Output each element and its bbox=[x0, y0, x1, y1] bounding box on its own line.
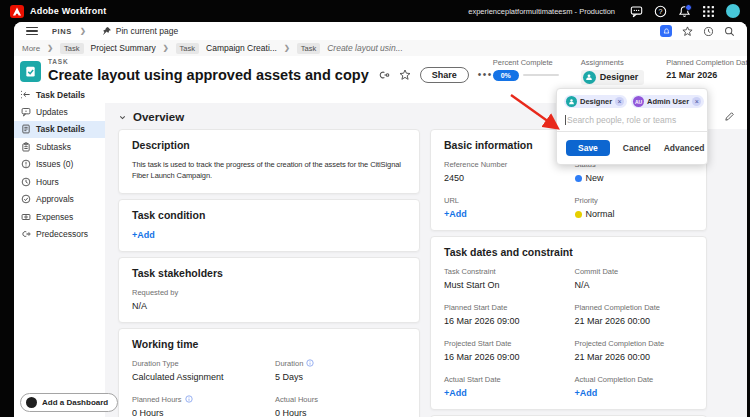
field-projected-start-date: Projected Start Date 16 Mar 2026 09:00 bbox=[444, 339, 563, 362]
screen: Adobe Workfront experienceplatformultima… bbox=[0, 0, 750, 417]
pin-icon bbox=[102, 26, 112, 36]
percent-complete-block: Percent Complete 0% bbox=[493, 58, 559, 85]
status-dot bbox=[575, 175, 582, 182]
card-title: Working time bbox=[132, 338, 406, 350]
global-top-bar: Adobe Workfront experienceplatformultima… bbox=[0, 0, 750, 22]
sidebar-item-hours[interactable]: Hours bbox=[14, 173, 105, 191]
sidebar-item-updates[interactable]: Updates bbox=[14, 103, 105, 121]
description-card: Description This task is used to track t… bbox=[118, 129, 420, 194]
remove-assignee-icon[interactable]: × bbox=[615, 97, 624, 106]
working-time-card: Working time Duration Type Calculated As… bbox=[118, 328, 420, 417]
assignee-chip-admin-user[interactable]: AU Admin User × bbox=[631, 95, 704, 108]
task-type-icon bbox=[20, 61, 41, 82]
task-dates-card: Task dates and constraint Task Constrain… bbox=[430, 236, 707, 410]
overview-title: Overview bbox=[133, 111, 184, 123]
assignee-chip[interactable]: Designer bbox=[581, 70, 645, 85]
summary-badge-icon[interactable] bbox=[660, 25, 672, 37]
plus-icon: + bbox=[26, 397, 37, 408]
breadcrumb-type-chip: Task bbox=[176, 43, 199, 54]
approvals-icon bbox=[21, 194, 31, 204]
section-chevron-icon[interactable] bbox=[118, 113, 127, 122]
field-duration: Duration 5 Days bbox=[275, 359, 406, 382]
sidebar-item-expenses[interactable]: Expenses bbox=[14, 208, 105, 226]
pins-label[interactable]: PINS bbox=[52, 27, 72, 36]
breadcrumb: More ❯ Task Project Summary ❯ Task Campa… bbox=[14, 40, 747, 57]
issues-icon bbox=[21, 159, 31, 169]
cancel-button[interactable]: Cancel bbox=[623, 143, 651, 153]
sidebar-item-issues[interactable]: Issues (0) bbox=[14, 156, 105, 174]
designer-role-avatar bbox=[566, 96, 577, 107]
field-commit-date: Commit Date N/A bbox=[575, 267, 694, 290]
chevron-right-icon: ❯ bbox=[163, 44, 169, 52]
field-duration-type: Duration Type Calculated Assignment bbox=[132, 359, 263, 382]
add-url-link[interactable]: +Add bbox=[444, 209, 563, 219]
favorite-star-icon[interactable] bbox=[399, 69, 411, 81]
left-nav: Updates Task Details Subtasks Issues (0) bbox=[14, 103, 105, 417]
page-title: Create layout using approved assets and … bbox=[48, 68, 369, 83]
share-button[interactable]: Share bbox=[420, 67, 469, 83]
collapse-panel-icon[interactable] bbox=[20, 89, 31, 100]
field-requested-by: Requested by N/A bbox=[132, 288, 406, 311]
predecessors-icon bbox=[21, 229, 31, 239]
save-button[interactable]: Save bbox=[566, 140, 610, 156]
assignments-block: Assignments Designer bbox=[581, 58, 645, 85]
add-actual-start-link[interactable]: +Add bbox=[444, 388, 563, 398]
expenses-icon bbox=[21, 212, 31, 222]
panel-title: Task Details bbox=[36, 90, 85, 100]
app-switcher-icon[interactable] bbox=[702, 5, 715, 18]
adobe-logo-icon[interactable] bbox=[10, 5, 24, 18]
favorites-star-icon[interactable] bbox=[682, 26, 693, 37]
percent-complete-pill[interactable]: 0% bbox=[493, 70, 519, 81]
sidebar-item-subtasks[interactable]: Subtasks bbox=[14, 138, 105, 156]
breadcrumb-link[interactable]: Campaign Creati... bbox=[206, 43, 277, 53]
chevron-right-icon: ❯ bbox=[284, 44, 290, 52]
add-task-condition-link[interactable]: +Add bbox=[132, 230, 406, 240]
svg-text:?: ? bbox=[659, 7, 663, 14]
predecessor-icon[interactable] bbox=[378, 69, 390, 81]
hours-icon bbox=[21, 177, 31, 187]
search-icon[interactable] bbox=[724, 26, 735, 37]
user-avatar[interactable] bbox=[726, 4, 740, 18]
app-name: Adobe Workfront bbox=[30, 6, 106, 16]
task-header: TASK Create layout using approved assets… bbox=[14, 56, 747, 87]
notifications-bell-icon[interactable] bbox=[678, 5, 691, 18]
more-actions-icon[interactable]: ••• bbox=[478, 70, 493, 80]
assignee-chip-designer[interactable]: Designer × bbox=[564, 95, 627, 108]
feedback-icon[interactable] bbox=[630, 5, 643, 18]
card-title: Description bbox=[132, 139, 406, 151]
planned-completion-value[interactable]: 21 Mar 2026 bbox=[666, 70, 747, 80]
sidebar-item-task-details[interactable]: Task Details bbox=[14, 121, 105, 139]
advanced-button[interactable]: Advanced bbox=[664, 143, 705, 153]
assignee-search-input[interactable] bbox=[567, 115, 699, 125]
chevron-right-icon: ❯ bbox=[47, 44, 53, 52]
add-actual-completion-link[interactable]: +Add bbox=[575, 388, 694, 398]
main-menu-icon[interactable] bbox=[26, 27, 38, 36]
field-actual-completion-date: Actual Completion Date +Add bbox=[575, 375, 694, 398]
chevron-right-icon: ❯ bbox=[80, 27, 86, 35]
field-reference-number: Reference Number 2450 bbox=[444, 160, 563, 183]
recents-history-icon[interactable] bbox=[703, 26, 714, 37]
help-icon[interactable]: ? bbox=[654, 5, 667, 18]
remove-assignee-icon[interactable]: × bbox=[692, 97, 701, 106]
field-task-constraint: Task Constraint Must Start On bbox=[444, 267, 563, 290]
admin-user-avatar: AU bbox=[633, 96, 644, 107]
add-dashboard-button[interactable]: + Add a Dashboard bbox=[20, 393, 118, 412]
field-url: URL +Add bbox=[444, 196, 563, 219]
breadcrumb-type-chip: Task bbox=[60, 43, 83, 54]
info-icon[interactable] bbox=[185, 395, 193, 403]
info-icon[interactable] bbox=[306, 359, 314, 367]
field-actual-start-date: Actual Start Date +Add bbox=[444, 375, 563, 398]
breadcrumb-more[interactable]: More bbox=[22, 44, 40, 53]
sidebar-item-approvals[interactable]: Approvals bbox=[14, 191, 105, 209]
field-planned-completion-date: Planned Completion Date 21 Mar 2026 00:0… bbox=[575, 303, 694, 326]
card-title: Task dates and constraint bbox=[444, 246, 693, 258]
subtasks-icon bbox=[21, 142, 31, 152]
planned-completion-block: Planned Completion Date 21 Mar 2026 bbox=[666, 58, 747, 85]
edit-pencil-icon[interactable] bbox=[724, 111, 735, 122]
sidebar-item-predecessors[interactable]: Predecessors bbox=[14, 226, 105, 244]
breadcrumb-link[interactable]: Project Summary bbox=[91, 43, 156, 53]
pin-current-page-button[interactable]: Pin current page bbox=[102, 26, 178, 36]
assignee-search bbox=[557, 112, 707, 131]
field-projected-completion-date: Projected Completion Date 21 Mar 2026 00… bbox=[575, 339, 694, 362]
assignments-editor-popup: Designer × AU Admin User × Save Cancel A… bbox=[556, 88, 708, 165]
